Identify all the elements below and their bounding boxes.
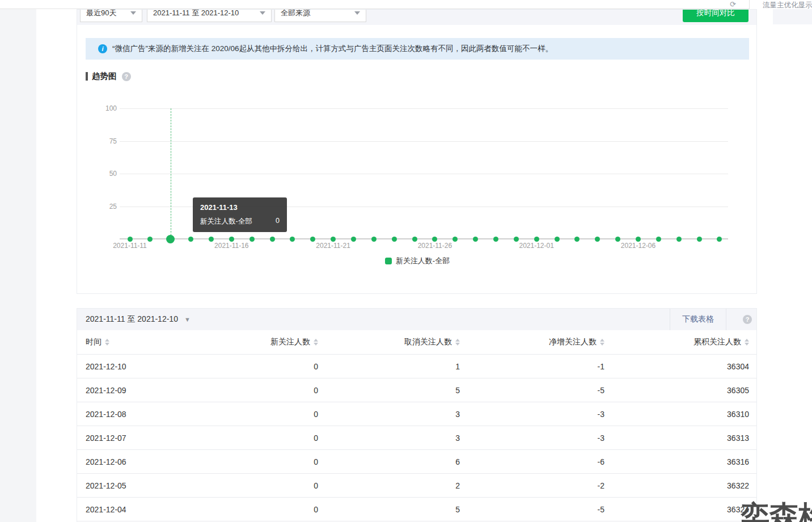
table-row: 2021-12-1001-136304: [77, 354, 756, 378]
row-value-cell: 5: [318, 386, 460, 395]
y-axis-tick-label: 50: [83, 170, 117, 178]
row-value-cell: 3: [318, 410, 460, 419]
data-table-panel: 2021-11-11 至 2021-12-10 ▼ 下载表格 ? 时间新关注人数…: [77, 308, 757, 522]
y-axis-tick-label: 25: [83, 203, 117, 211]
table-header-row: 时间新关注人数取消关注人数净增关注人数累积关注人数: [77, 330, 756, 354]
row-value-cell: -5: [460, 505, 604, 514]
table-row: 2021-12-0405-536324: [77, 497, 756, 521]
row-value-cell: 2: [318, 481, 460, 490]
table-help-icon[interactable]: ?: [743, 315, 752, 324]
download-table-button[interactable]: 下载表格: [670, 309, 726, 330]
chart-point[interactable]: [249, 237, 255, 242]
tooltip-value: 0: [276, 217, 280, 226]
chart-point[interactable]: [270, 237, 275, 242]
chart-legend[interactable]: 新关注人数-全部: [77, 256, 757, 266]
header-right-link[interactable]: 流量主优化显示: [763, 1, 812, 10]
chevron-down-icon: [130, 11, 136, 15]
help-icon[interactable]: ?: [122, 72, 131, 81]
highlight-guide-line: [171, 108, 171, 235]
source-select[interactable]: 全部来源: [274, 9, 366, 22]
row-date-cell: 2021-12-04: [86, 505, 233, 514]
column-header[interactable]: 时间: [86, 337, 233, 347]
x-axis-tick-label: 2021-11-21: [299, 242, 367, 250]
chart-point[interactable]: [229, 237, 234, 242]
chart-point[interactable]: [452, 237, 458, 242]
chart-point[interactable]: [128, 237, 133, 242]
column-header[interactable]: 净增关注人数: [460, 337, 604, 347]
trend-chart: 2550751002021-11-112021-11-162021-11-212…: [77, 95, 757, 288]
column-header-label: 时间: [86, 337, 102, 347]
chart-point[interactable]: [656, 237, 661, 242]
row-value-cell: 36316: [604, 457, 749, 466]
table-row: 2021-12-0803-336310: [77, 402, 756, 426]
row-value-cell: 36310: [604, 410, 749, 419]
sort-icon[interactable]: [745, 339, 749, 346]
column-header-label: 累积关注人数: [693, 337, 741, 347]
chart-point[interactable]: [555, 237, 560, 242]
chart-point[interactable]: [188, 237, 193, 242]
row-value-cell: 36304: [604, 362, 749, 371]
column-header-label: 净增关注人数: [549, 337, 597, 347]
refresh-icon[interactable]: ⟳: [730, 0, 736, 9]
row-value-cell: 36313: [604, 433, 749, 443]
chart-point[interactable]: [493, 237, 498, 242]
row-value-cell: 36305: [604, 386, 749, 395]
column-header[interactable]: 取消关注人数: [318, 337, 460, 347]
chart-point[interactable]: [574, 237, 580, 242]
chart-point[interactable]: [697, 237, 702, 242]
table-date-range[interactable]: 2021-11-11 至 2021-12-10: [86, 314, 178, 325]
tooltip-date: 2021-11-13: [200, 203, 280, 212]
chart-point[interactable]: [432, 237, 437, 242]
chart-point[interactable]: [310, 237, 315, 242]
chart-point[interactable]: [595, 237, 600, 242]
date-range-select[interactable]: 2021-11-11 至 2021-12-10: [147, 9, 272, 22]
chart-point[interactable]: [615, 237, 620, 242]
chart-point[interactable]: [371, 237, 377, 242]
chart-point[interactable]: [166, 235, 175, 243]
sort-icon[interactable]: [105, 339, 109, 346]
row-value-cell: 3: [318, 433, 460, 443]
table-body: 2021-12-1001-1363042021-12-0905-53630520…: [77, 354, 756, 522]
chart-point[interactable]: [290, 237, 295, 242]
x-axis-tick-label: 2021-11-26: [401, 242, 469, 250]
chart-tooltip: 2021-11-13 新关注人数-全部 0: [193, 197, 287, 232]
row-value-cell: 0: [233, 433, 318, 443]
chevron-down-icon[interactable]: ▼: [184, 316, 191, 323]
chart-point[interactable]: [147, 237, 153, 242]
trend-panel: 最近90天 2021-11-11 至 2021-12-10 全部来源 按时间对比…: [77, 9, 757, 294]
row-value-cell: 5: [318, 505, 460, 514]
sort-icon[interactable]: [600, 339, 604, 346]
row-date-cell: 2021-12-08: [86, 410, 233, 419]
legend-swatch-icon: [385, 258, 392, 264]
column-header[interactable]: 新关注人数: [233, 337, 318, 347]
info-icon: i: [98, 44, 107, 53]
chart-point[interactable]: [717, 237, 722, 242]
sort-icon[interactable]: [455, 339, 460, 346]
table-title-bar: 2021-11-11 至 2021-12-10 ▼ 下载表格 ?: [77, 309, 756, 330]
row-date-cell: 2021-12-05: [86, 481, 233, 490]
chart-point[interactable]: [514, 237, 519, 242]
x-axis-tick-label: 2021-12-06: [604, 242, 673, 250]
chart-point[interactable]: [676, 237, 682, 242]
compare-by-time-button[interactable]: 按时间对比: [683, 9, 748, 22]
row-value-cell: -3: [460, 433, 604, 443]
legend-label: 新关注人数-全部: [396, 256, 450, 266]
gridline: [120, 108, 728, 109]
chart-point[interactable]: [392, 237, 397, 242]
chart-point[interactable]: [331, 237, 336, 242]
chart-point[interactable]: [636, 237, 641, 242]
y-axis-tick-label: 100: [83, 104, 117, 112]
chart-point[interactable]: [351, 237, 356, 242]
period-select[interactable]: 最近90天: [80, 9, 142, 22]
chart-point[interactable]: [473, 237, 478, 242]
chart-point[interactable]: [209, 237, 214, 242]
row-value-cell: 36322: [604, 481, 749, 490]
row-value-cell: -1: [460, 362, 604, 371]
column-header[interactable]: 累积关注人数: [604, 337, 749, 347]
row-value-cell: 0: [233, 362, 318, 371]
row-date-cell: 2021-12-10: [86, 362, 233, 371]
sort-icon[interactable]: [314, 339, 318, 346]
chart-point[interactable]: [412, 237, 417, 242]
chart-point[interactable]: [534, 237, 539, 242]
notice-text: “微信广告”来源的新增关注在 2020/06起从其他中拆分给出，计算方式与广告主…: [112, 44, 553, 54]
